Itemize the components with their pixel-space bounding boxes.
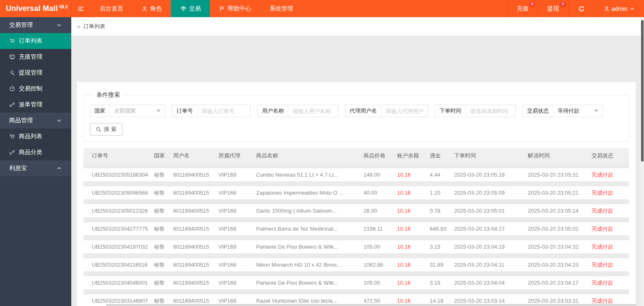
cell-username: 601169400515 [173,298,218,304]
cell-country: 秘鲁 [154,225,173,233]
caret-down-icon [156,110,161,112]
field-label: 订单号 [172,105,197,117]
cell-order-time: 2025-03-20 23:04:04 [454,280,528,286]
cell-agent: VIP168 [218,244,256,250]
cell-price: 105.00 [364,280,397,286]
recharge-label: 充值 [517,5,529,13]
caret-down-icon [594,110,598,112]
main-nav: 后台首页角色交易帮助中心系统管理 [91,0,302,17]
cell-order-no: UB2503202304197032 [83,244,154,250]
cell-unfreeze-time: 2025-03-20 23:05:31 [528,172,592,178]
order-no-input[interactable] [197,108,250,114]
agent-username-input[interactable] [382,108,428,114]
sidebar-item-withdraw-management[interactable]: 提现管理 [0,65,71,81]
cell-commission: 14.18 [430,298,454,304]
search-button[interactable]: 搜 索 [90,123,122,136]
cell-order-no: UB2503202303146807 [83,298,154,304]
trade-status-select-value[interactable]: 等待付款 [553,107,594,115]
sidebar-item-recharge-management[interactable]: 充值管理 [0,49,71,65]
refresh-button[interactable] [569,0,594,17]
cell-order-time: 2025-03-20 23:04:11 [454,262,528,268]
cell-status: 完成付款 [592,297,630,305]
cell-status: 完成付款 [592,279,630,287]
cell-price: 1062.88 [364,262,397,268]
withdraw-button[interactable]: 提现0 [538,0,569,17]
person-icon [604,6,610,12]
recharge-button[interactable]: 充值0 [507,0,538,17]
sidebar-item-product-list[interactable]: 商品列表 [0,129,71,144]
sidebar-item-label: 商品管理 [9,117,33,124]
nav-item-label: 后台首页 [100,5,123,13]
sidebar-item-interest-treasure[interactable]: 利息宝 [0,160,71,176]
cell-status: 完成付款 [592,171,630,179]
sidebar-item-dispatch-management[interactable]: 派单管理 [0,97,71,113]
cell-country: 秘鲁 [154,279,173,287]
orders-panel: 条件搜索 国家全部国家订单号用户名称代理用户名下单时间交易状态等待付款 搜 索 … [77,82,636,306]
cell-commission: 31.89 [430,262,454,268]
cell-balance: 10.16 [397,298,430,304]
search-icon [96,126,101,132]
country-select-value[interactable]: 全部国家 [110,107,156,115]
column-header-country: 国家 [154,152,173,159]
chevron-down-icon [57,23,62,28]
cell-unfreeze-time: 2025-03-20 23:04:17 [528,280,592,286]
sidebar-item-label: 利息宝 [9,165,27,172]
field-label: 用户名称 [258,105,288,117]
app-logo: Universal Mall V8.3 [0,0,71,17]
cell-order-no: UB2503202305012326 [83,208,154,214]
column-header-order-no: 订单号 [83,152,154,159]
link-icon [9,102,15,108]
sidebar-item-trade-control[interactable]: 交易控制 [0,81,71,97]
cell-order-no: UB2503202305186304 [83,172,154,178]
sidebar-item-label: 交易控制 [19,85,42,93]
table-row: UB2503202305096568秘鲁601169400515VIP168Za… [83,186,629,199]
sidebar-item-product-category[interactable]: 商品分类 [0,144,71,160]
field-label: 代理用户名 [345,105,382,117]
nav-item-system[interactable]: 系统管理 [260,0,302,17]
search-field-username: 用户名称 [257,105,338,117]
cell-order-no: UB2503202305096568 [83,190,154,196]
sidebar-toggle-button[interactable] [71,0,91,17]
cell-order-time: 2025-03-20 23:04:27 [454,226,528,232]
cell-username: 601169400515 [173,208,218,214]
cell-unfreeze-time: 2025-03-20 23:05:02 [528,226,592,232]
cell-balance: 10.16 [397,208,430,214]
cell-agent: VIP168 [218,262,256,268]
sidebar-item-trade-management[interactable]: 交易管理 [0,17,71,33]
cell-status: 完成付款 [592,261,630,269]
cell-product-name: Parlante De Piso Bowers & Wilk... [256,244,364,250]
column-header-username: 用户名 [173,152,218,159]
cell-product-name: Zapatones Impermeables Moto O ... [256,190,364,196]
sidebar-item-product-management[interactable]: 商品管理 [0,113,71,129]
scale-icon [180,5,187,12]
horizontal-scrollbar[interactable] [106,304,636,306]
nav-item-dashboard[interactable]: 后台首页 [91,0,132,17]
search-field-agent-username: 代理用户名 [345,105,428,117]
nav-item-help-center[interactable]: 帮助中心 [210,0,260,17]
nav-item-roles[interactable]: 角色 [132,0,171,17]
cell-country: 秘鲁 [154,243,173,251]
cell-order-time: 2025-03-20 23:04:19 [454,244,528,250]
column-header-product-name: 商品名称 [256,152,364,159]
username-input[interactable] [288,108,338,114]
vertical-scrollbar[interactable] [641,17,644,306]
field-label: 交易状态 [523,105,553,117]
sidebar-item-label: 提现管理 [19,69,42,77]
cell-country: 秘鲁 [154,207,173,215]
cell-agent: VIP168 [218,226,256,232]
header-actions: 充值0提现0admin [507,0,644,17]
column-header-commission: 佣金 [430,152,454,159]
user-menu[interactable]: admin [594,0,644,17]
person-icon [142,6,148,12]
cell-price: 40.00 [364,190,397,196]
cell-status: 完成付款 [592,243,630,251]
nav-item-label: 角色 [150,5,162,13]
cell-commission: 646.83 [430,226,454,232]
order-time-input[interactable] [466,108,515,114]
nav-item-trade[interactable]: 交易 [171,0,210,17]
cell-country: 秘鲁 [154,261,173,269]
vertical-scrollbar-thumb[interactable] [641,20,644,162]
flag-icon [219,6,225,12]
sidebar-item-label: 商品列表 [19,133,42,140]
sidebar-item-order-list[interactable]: 订单列表 [0,33,71,49]
